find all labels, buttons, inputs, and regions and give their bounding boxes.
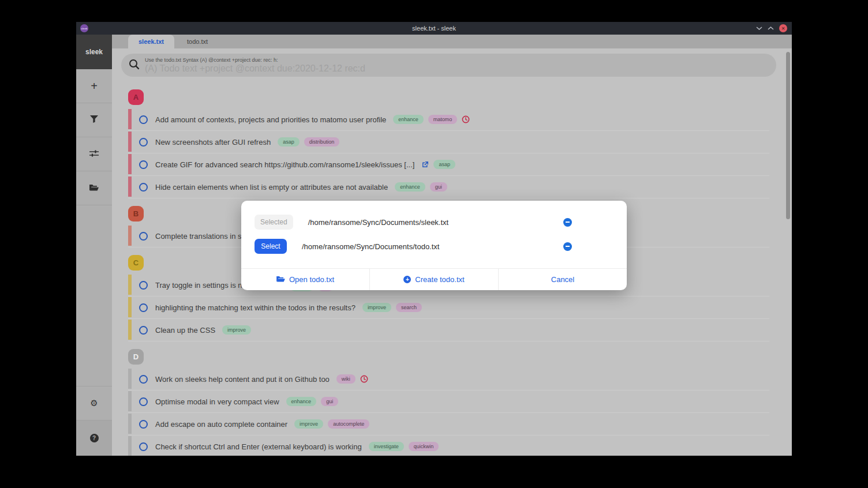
add-todo-button[interactable]: + <box>76 69 112 103</box>
priority-bar <box>128 369 132 389</box>
todo-checkbox[interactable] <box>139 232 148 241</box>
project-tag[interactable]: investigate <box>369 442 404 451</box>
close-icon[interactable]: ✕ <box>779 24 787 32</box>
filter-button[interactable] <box>76 103 112 137</box>
titlebar: sleek sleek.txt - sleek ✕ <box>76 22 792 35</box>
todo-checkbox[interactable] <box>139 115 148 124</box>
remove-file-minus-icon[interactable] <box>563 218 572 227</box>
folder-open-icon <box>89 183 99 193</box>
window-title: sleek.txt - sleek <box>412 25 456 32</box>
tab-sleek-txt[interactable]: sleek.txt <box>128 35 174 48</box>
scrollbar-thumb[interactable] <box>786 52 790 219</box>
todo-text: Optimise modal in very compact view <box>155 397 279 406</box>
priority-bar <box>128 109 132 129</box>
todo-checkbox[interactable] <box>139 326 148 335</box>
search-texts: Use the todo.txt Syntax (A) @context +pr… <box>145 57 769 74</box>
todo-text: Create GIF for advanced search https://g… <box>155 160 414 169</box>
todo-checkbox[interactable] <box>139 303 148 312</box>
funnel-icon <box>90 115 98 125</box>
todo-checkbox[interactable] <box>139 420 148 429</box>
todo-text: Clean up the CSS <box>155 326 215 335</box>
todo-text: Complete translations in shor <box>155 232 252 241</box>
view-settings-button[interactable] <box>76 137 112 171</box>
open-file-button[interactable] <box>76 171 112 205</box>
create-todo-button[interactable]: + Create todo.txt <box>370 269 499 290</box>
priority-bar <box>128 275 132 295</box>
app-window: sleek sleek.txt - sleek ✕ sleek + <box>76 22 792 456</box>
project-tag[interactable]: improve <box>222 325 251 335</box>
open-todo-button[interactable]: Open todo.txt <box>241 269 370 290</box>
context-tag[interactable]: gui <box>430 182 447 192</box>
todo-item: Add amount of contexts, projects and pri… <box>128 108 769 131</box>
remove-file-minus-icon[interactable] <box>563 242 572 251</box>
project-tag[interactable]: enhance <box>286 397 317 406</box>
priority-bar <box>128 132 132 152</box>
maximize-chevron-up-icon[interactable] <box>768 27 774 30</box>
sliders-icon <box>89 149 99 159</box>
todo-item: Hide certain elements when list is empty… <box>128 176 769 198</box>
open-todo-label: Open todo.txt <box>289 275 334 284</box>
file-path: /home/ransome/Sync/Documents/sleek.txt <box>308 218 563 227</box>
file-selection-modal: Selected /home/ransome/Sync/Documents/sl… <box>241 201 627 290</box>
minimize-chevron-down-icon[interactable] <box>756 27 762 30</box>
context-tag[interactable]: gui <box>321 397 338 406</box>
context-tag[interactable]: quickwin <box>409 442 439 451</box>
tab-todo-txt[interactable]: todo.txt <box>174 35 220 48</box>
todo-text: highlighting the matching text within th… <box>155 303 356 312</box>
plus-circle-icon: + <box>403 276 411 283</box>
priority-bar <box>128 414 132 434</box>
project-tag[interactable]: enhance <box>393 115 424 124</box>
todo-text: Add escape on auto complete container <box>155 420 287 429</box>
selected-file-button[interactable]: Selected <box>255 215 293 230</box>
file-path: /home/ransome/Sync/Documents/todo.txt <box>302 242 563 251</box>
context-tag[interactable]: wiki <box>336 374 356 384</box>
project-tag[interactable]: asap <box>278 137 300 147</box>
priority-badge-d[interactable]: D <box>128 349 144 365</box>
priority-bar <box>128 391 132 411</box>
todo-item: New screenshots after GUI refreshasapdis… <box>128 131 769 153</box>
todo-item: Create GIF for advanced search https://g… <box>128 153 769 176</box>
priority-bar <box>128 436 132 456</box>
priority-bar <box>128 154 132 174</box>
search-input[interactable] <box>145 63 769 74</box>
priority-badge-c[interactable]: C <box>128 255 144 271</box>
todo-checkbox[interactable] <box>139 375 148 384</box>
settings-button[interactable]: ⚙ <box>76 386 112 420</box>
create-todo-label: Create todo.txt <box>415 275 464 284</box>
todo-checkbox[interactable] <box>139 183 148 192</box>
gear-icon: ⚙ <box>90 398 98 408</box>
todo-text: New screenshots after GUI refresh <box>155 138 271 147</box>
priority-badge-a[interactable]: A <box>128 89 144 105</box>
context-tag[interactable]: autocomplete <box>328 419 369 429</box>
search-bar[interactable]: Use the todo.txt Syntax (A) @context +pr… <box>121 54 776 77</box>
priority-badge-b[interactable]: B <box>128 206 144 222</box>
todo-checkbox[interactable] <box>139 138 148 147</box>
project-tag[interactable]: asap <box>433 160 455 169</box>
todo-text: Work on sleeks help content and put it o… <box>155 375 330 384</box>
cancel-button[interactable]: Cancel <box>499 269 627 290</box>
sidebar-app-name: sleek <box>76 35 112 69</box>
select-file-button[interactable]: Select <box>255 239 287 254</box>
context-tag[interactable]: matomo <box>428 115 458 124</box>
todo-checkbox[interactable] <box>139 281 148 290</box>
context-tag[interactable]: search <box>396 303 422 312</box>
external-link-icon[interactable] <box>421 161 429 168</box>
todo-text: Add amount of contexts, projects and pri… <box>155 115 386 124</box>
plus-icon: + <box>91 80 98 92</box>
help-button[interactable]: ? <box>76 420 112 456</box>
project-tag[interactable]: improve <box>294 419 323 429</box>
app-logo-icon: sleek <box>80 24 88 32</box>
context-tag[interactable]: distribution <box>304 137 340 147</box>
todo-item: Add escape on auto complete containerimp… <box>128 413 769 436</box>
todo-checkbox[interactable] <box>139 397 148 406</box>
project-tag[interactable]: enhance <box>395 182 425 192</box>
todo-checkbox[interactable] <box>139 160 148 169</box>
tab-bar: sleek.txt todo.txt <box>112 35 792 48</box>
priority-bar <box>128 320 132 340</box>
project-tag[interactable]: improve <box>362 303 391 312</box>
todo-text: Tray toggle in settings is not d <box>155 281 255 290</box>
search-syntax-hint: Use the todo.txt Syntax (A) @context +pr… <box>145 57 769 63</box>
priority-group-header: D <box>128 341 769 368</box>
todo-checkbox[interactable] <box>139 442 148 451</box>
cancel-label: Cancel <box>551 275 574 284</box>
